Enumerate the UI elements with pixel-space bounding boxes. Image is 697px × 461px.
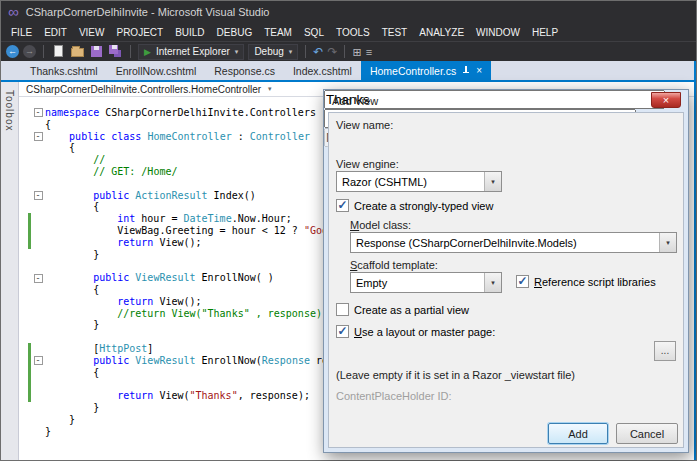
redo-icon[interactable]: ↷ xyxy=(327,45,337,59)
menu-bar: FILEEDITVIEWPROJECTBUILDDEBUGTEAMSQLTOOL… xyxy=(1,23,696,41)
reference-scripts-checkbox[interactable]: ✓ xyxy=(516,275,529,288)
dialog-close-icon[interactable]: × xyxy=(651,92,681,108)
config-select-value: Debug xyxy=(254,46,283,57)
code-text: public ViewResult EnrollNow( ) xyxy=(45,272,274,284)
code-text: return View(); xyxy=(45,296,202,308)
add-view-dialog: Add View × View name: View engine: Razor… xyxy=(323,89,689,453)
fold-collapse-icon[interactable]: - xyxy=(34,274,43,283)
layout-label: Use a layout or master page: xyxy=(354,326,495,338)
solution-explorer-icon[interactable]: ⊞ xyxy=(352,45,361,59)
menu-test[interactable]: TEST xyxy=(376,23,414,41)
change-bar xyxy=(28,343,31,355)
menu-build[interactable]: BUILD xyxy=(169,23,210,41)
title-bar[interactable]: ∞ CSharpCornerDelhiInvite - Microsoft Vi… xyxy=(1,1,696,23)
menu-edit[interactable]: EDIT xyxy=(38,23,73,41)
open-file-icon[interactable] xyxy=(70,44,85,59)
fold-column: - xyxy=(31,191,45,200)
window-border-accent xyxy=(694,61,696,460)
tab-thanks.cshtml[interactable]: Thanks.cshtml xyxy=(21,61,107,80)
strongly-typed-checkbox[interactable]: ✓ xyxy=(336,199,349,212)
chevron-down-icon[interactable]: ▾ xyxy=(268,85,272,93)
scaffold-template-select[interactable]: Empty ▾ xyxy=(350,272,502,293)
menu-sql[interactable]: SQL xyxy=(298,23,330,41)
tab-label: EnrollNow.cshtml xyxy=(116,65,197,77)
change-bar xyxy=(28,249,31,261)
fold-column: - xyxy=(31,132,45,141)
layout-checkbox[interactable]: ✓ xyxy=(336,325,349,338)
tab-enrollnow.cshtml[interactable]: EnrollNow.cshtml xyxy=(107,61,206,80)
change-bar xyxy=(28,225,31,237)
new-file-icon[interactable] xyxy=(51,44,66,59)
change-bar xyxy=(28,213,31,225)
chevron-down-icon: ▾ xyxy=(484,273,501,292)
view-engine-label: View engine: xyxy=(336,158,399,170)
code-text: { xyxy=(45,119,51,131)
browse-button[interactable]: ... xyxy=(654,341,676,361)
scaffold-template-label: Scaffold template: xyxy=(350,259,438,271)
code-text: //return View("Thanks" , response); xyxy=(45,308,328,320)
chevron-down-icon: ▾ xyxy=(235,48,239,56)
tab-index.cshtml[interactable]: Index.cshtml xyxy=(284,61,361,80)
menu-window[interactable]: WINDOW xyxy=(470,23,526,41)
navigate-back-icon[interactable]: ← xyxy=(6,45,19,58)
menu-view[interactable]: VIEW xyxy=(73,23,111,41)
code-text: { xyxy=(45,284,99,296)
fold-collapse-icon[interactable]: - xyxy=(34,132,43,141)
toolbox-autohide-tab[interactable]: Toolbox xyxy=(1,82,19,460)
undo-icon[interactable]: ↶ xyxy=(313,45,323,59)
tab-response.cs[interactable]: Response.cs xyxy=(205,61,284,80)
view-engine-value: Razor (CSHTML) xyxy=(342,176,427,188)
fold-collapse-icon[interactable]: - xyxy=(34,108,43,117)
fold-collapse-icon[interactable]: - xyxy=(34,191,43,200)
reference-scripts-checkbox-row[interactable]: ✓ Reference script libraries xyxy=(516,275,656,288)
dialog-title: Add View xyxy=(332,90,378,112)
strongly-typed-checkbox-row[interactable]: ✓ Create a strongly-typed view xyxy=(336,199,493,212)
change-bar xyxy=(28,390,31,402)
menu-help[interactable]: HELP xyxy=(526,23,564,41)
close-tab-icon[interactable]: × xyxy=(476,66,482,76)
code-text: int hour = DateTime.Now.Hour; xyxy=(45,213,292,225)
fold-collapse-icon[interactable]: - xyxy=(34,356,43,365)
code-text: { xyxy=(45,201,99,213)
start-debug-button[interactable]: ▶ Internet Explorer ▾ xyxy=(138,44,244,60)
menu-analyze[interactable]: ANALYZE xyxy=(413,23,470,41)
menu-project[interactable]: PROJECT xyxy=(110,23,169,41)
change-bar xyxy=(28,296,31,308)
strongly-typed-label: Create a strongly-typed view xyxy=(354,200,493,212)
chevron-down-icon: ▾ xyxy=(289,48,293,56)
toolbar-separator xyxy=(305,45,306,58)
partial-view-checkbox-row[interactable]: Create as a partial view xyxy=(336,303,469,316)
tab-label: HomeController.cs xyxy=(370,65,456,77)
reference-scripts-label: Reference script libraries xyxy=(534,276,656,288)
properties-icon[interactable]: ≡ xyxy=(366,45,372,59)
tab-label: Thanks.cshtml xyxy=(30,65,98,77)
breadcrumb-text: CSharpCornerDelhiInvite.Controllers.Home… xyxy=(26,84,261,95)
change-bar xyxy=(28,402,31,414)
cancel-button[interactable]: Cancel xyxy=(616,423,678,444)
menu-debug[interactable]: DEBUG xyxy=(211,23,259,41)
change-bar xyxy=(28,237,31,249)
tab-homecontroller.cs[interactable]: HomeController.cs× xyxy=(361,61,491,80)
change-bar xyxy=(28,260,31,272)
fold-column: - xyxy=(31,356,45,365)
pin-icon[interactable] xyxy=(462,66,470,75)
layout-checkbox-row[interactable]: ✓ Use a layout or master page: xyxy=(336,325,495,338)
model-class-select[interactable]: Response (CSharpCornerDelhiInvite.Models… xyxy=(350,232,677,253)
menu-tools[interactable]: TOOLS xyxy=(330,23,376,41)
code-text: } xyxy=(45,249,99,261)
code-text: } xyxy=(45,402,99,414)
solution-configuration-select[interactable]: Debug ▾ xyxy=(248,44,298,60)
navigate-forward-icon[interactable]: → xyxy=(23,45,36,58)
add-button[interactable]: Add xyxy=(548,423,608,444)
change-bar xyxy=(28,331,31,343)
menu-file[interactable]: FILE xyxy=(5,23,38,41)
partial-view-checkbox[interactable] xyxy=(336,303,349,316)
menu-team[interactable]: TEAM xyxy=(258,23,298,41)
code-text: { xyxy=(45,367,99,379)
save-icon[interactable] xyxy=(89,44,104,59)
fold-column: - xyxy=(31,274,45,283)
save-all-icon[interactable] xyxy=(108,44,123,59)
change-bar xyxy=(28,201,31,213)
change-bar xyxy=(28,166,31,178)
view-engine-select[interactable]: Razor (CSHTML) ▾ xyxy=(336,171,502,192)
